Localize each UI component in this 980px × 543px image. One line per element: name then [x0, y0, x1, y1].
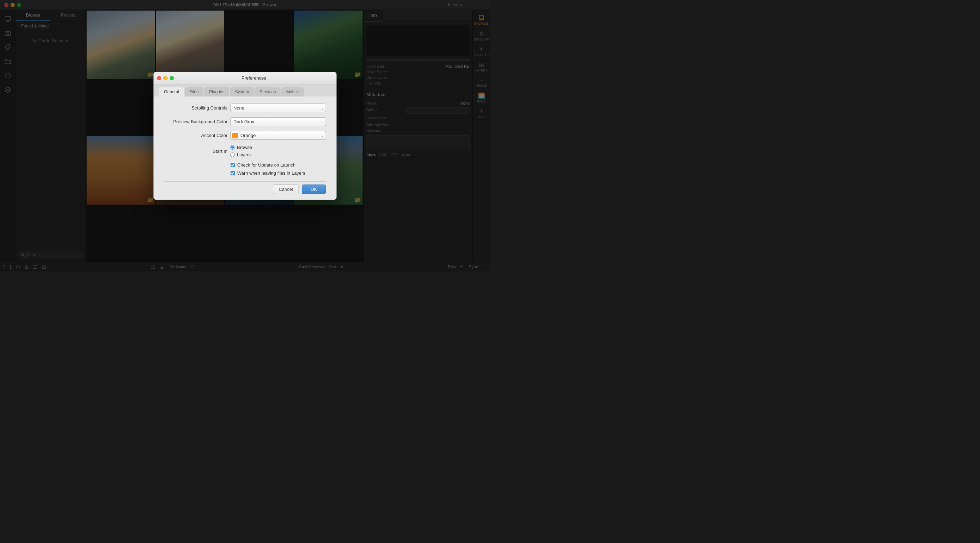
check-update-option[interactable]: Check for Update on Launch [231, 162, 326, 168]
warn-layers-label: Warn when leaving files in Layers [237, 170, 305, 176]
prefs-title: Preferences [177, 75, 331, 81]
prefs-tab-plugins[interactable]: Plug-ins [204, 88, 229, 97]
start-in-browse-radio[interactable] [230, 145, 235, 150]
scrolling-controls-select-wrap: None Standard Inverted ⌄ [230, 104, 326, 112]
start-in-browse-label: Browse [237, 145, 252, 150]
warn-layers-checkbox[interactable] [231, 171, 235, 175]
prefs-tabs: General Files Plug-ins System Services M… [153, 84, 337, 97]
prefs-traffic-lights [157, 76, 174, 80]
prefs-close-button[interactable] [157, 76, 161, 80]
start-in-layers-label: Layers [237, 152, 251, 158]
accent-color-select-wrap: Orange Blue Green Red Purple ⌄ [230, 131, 326, 140]
modal-overlay: Preferences General Files Plug-ins Syste… [0, 0, 490, 272]
preview-bg-color-row: Preview Background Color Dark Gray Black… [164, 117, 326, 126]
prefs-buttons: Cancel OK [164, 182, 326, 194]
scrolling-controls-row: Scrolling Controls None Standard Inverte… [164, 104, 326, 112]
accent-color-swatch [232, 133, 238, 139]
prefs-tab-general[interactable]: General [159, 88, 184, 97]
preferences-dialog: Preferences General Files Plug-ins Syste… [153, 72, 337, 200]
prefs-ok-button[interactable]: OK [302, 185, 326, 194]
start-in-browse-option[interactable]: Browse [230, 145, 252, 150]
scrolling-controls-select[interactable]: None Standard Inverted [230, 104, 326, 112]
start-in-layers-radio[interactable] [230, 153, 235, 157]
start-in-group: Start In Browse Layers [164, 145, 326, 158]
prefs-minimize-button[interactable] [163, 76, 167, 80]
prefs-checkboxes: Check for Update on Launch Warn when lea… [164, 162, 326, 176]
start-in-layers-option[interactable]: Layers [230, 152, 252, 158]
start-in-label: Start In [164, 149, 228, 154]
prefs-zoom-button[interactable] [170, 76, 174, 80]
check-update-checkbox[interactable] [231, 163, 235, 167]
prefs-tab-mobile[interactable]: Mobile [281, 88, 304, 97]
start-in-row: Start In Browse Layers [164, 145, 326, 158]
preview-bg-color-select-wrap: Dark Gray Black Gray Light Gray White ⌄ [230, 117, 326, 126]
prefs-tab-system[interactable]: System [230, 88, 254, 97]
scrolling-controls-label: Scrolling Controls [164, 105, 228, 111]
prefs-body: Scrolling Controls None Standard Inverte… [153, 97, 337, 200]
preview-bg-color-select[interactable]: Dark Gray Black Gray Light Gray White [230, 117, 326, 126]
prefs-cancel-button[interactable]: Cancel [273, 185, 299, 194]
start-in-options: Browse Layers [230, 145, 252, 158]
prefs-tab-files[interactable]: Files [185, 88, 204, 97]
check-update-label: Check for Update on Launch [237, 162, 296, 168]
accent-color-label: Accent Color [164, 133, 228, 138]
accent-color-row: Accent Color Orange Blue Green Red Purpl… [164, 131, 326, 140]
prefs-tab-services[interactable]: Services [255, 88, 280, 97]
prefs-titlebar: Preferences [153, 72, 337, 84]
warn-layers-option[interactable]: Warn when leaving files in Layers [231, 170, 326, 176]
accent-color-select[interactable]: Orange Blue Green Red Purple [230, 131, 326, 140]
preview-bg-color-label: Preview Background Color [164, 119, 228, 124]
